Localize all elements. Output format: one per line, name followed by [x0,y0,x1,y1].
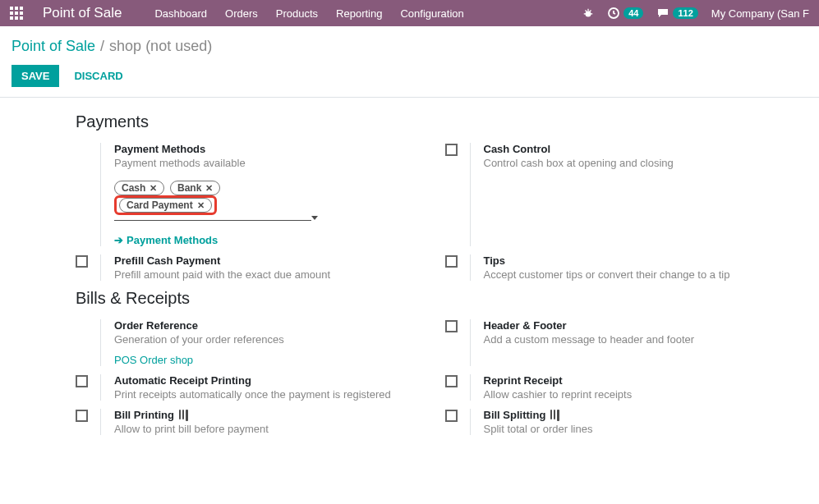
actions-bar: SAVE DISCARD [0,55,819,98]
brand-title[interactable]: Point of Sale [43,5,122,21]
section-payments: Payments [76,112,794,131]
activities-count: 44 [623,7,643,19]
section-bills: Bills & Receipts [76,289,794,308]
tips-checkbox[interactable] [445,255,458,268]
order-ref-label: Order Reference [114,319,426,332]
menu-orders[interactable]: Orders [225,7,258,20]
reprint-label: Reprint Receipt [484,374,795,387]
cutlery-icon [179,410,188,421]
order-ref-desc: Generation of your order references [114,333,426,346]
remove-icon[interactable]: ✕ [205,183,213,194]
dropdown-caret-icon[interactable] [311,216,318,220]
activities-button[interactable]: 44 [607,7,643,20]
menu-reporting[interactable]: Reporting [336,7,382,20]
prefill-label: Prefill Cash Payment [114,254,426,267]
bill-splitting-checkbox[interactable] [445,410,458,422]
apps-icon[interactable] [10,7,23,20]
tips-desc: Accept customer tips or convert their ch… [484,268,795,281]
save-button[interactable]: SAVE [12,65,59,87]
payment-methods-label: Payment Methods [114,143,426,155]
tag-bank[interactable]: Bank✕ [170,181,220,195]
discard-button[interactable]: DISCARD [74,70,122,82]
svg-line-4 [586,11,587,12]
breadcrumb-current: shop (not used) [109,38,212,55]
bill-printing-label: Bill Printing [114,409,426,421]
payment-methods-tags[interactable]: Cash✕ Bank✕ Card Payment✕ [114,181,311,221]
menu-dashboard[interactable]: Dashboard [154,7,207,20]
menu-products[interactable]: Products [276,7,318,20]
prefill-checkbox[interactable] [76,255,88,268]
auto-receipt-label: Automatic Receipt Printing [114,374,426,387]
pos-order-link[interactable]: POS Order shop [114,354,193,366]
company-switcher[interactable]: My Company (San F [711,7,809,20]
bill-printing-checkbox[interactable] [76,410,88,422]
breadcrumb: Point of Sale / shop (not used) [0,26,819,55]
auto-receipt-checkbox[interactable] [76,375,88,387]
bill-printing-desc: Allow to print bill before payment [114,423,426,435]
tips-label: Tips [484,254,795,267]
chat-icon [656,7,669,20]
tag-card-payment[interactable]: Card Payment✕ [119,198,212,213]
main-menu: Dashboard Orders Products Reporting Conf… [154,7,463,20]
clock-icon [607,7,620,20]
remove-icon[interactable]: ✕ [197,200,205,211]
cash-control-desc: Control cash box at opening and closing [484,157,795,169]
arrow-right-icon: ➔ [114,234,123,246]
header-footer-label: Header & Footer [484,319,795,332]
cash-control-checkbox[interactable] [445,144,458,156]
cutlery-icon [550,410,559,421]
form-sheet: Payments Payment Methods Payment methods… [51,98,819,468]
reprint-desc: Allow cashier to reprint receipts [484,388,795,401]
cash-control-label: Cash Control [484,143,795,155]
prefill-desc: Prefill amount paid with the exact due a… [114,268,426,281]
highlighted-tag: Card Payment✕ [114,195,217,215]
bill-splitting-desc: Split total or order lines [484,423,795,435]
breadcrumb-separator: / [100,38,104,55]
svg-line-5 [590,11,591,12]
navbar: Point of Sale Dashboard Orders Products … [0,0,819,26]
header-footer-checkbox[interactable] [445,320,458,332]
auto-receipt-desc: Print receipts automatically once the pa… [114,388,426,401]
breadcrumb-root[interactable]: Point of Sale [12,38,95,55]
tag-cash[interactable]: Cash✕ [114,181,164,195]
messages-count: 112 [673,7,697,19]
header-footer-desc: Add a custom message to header and foote… [484,333,795,346]
menu-configuration[interactable]: Configuration [400,7,463,20]
reprint-checkbox[interactable] [445,375,458,387]
remove-icon[interactable]: ✕ [150,183,157,194]
messages-button[interactable]: 112 [656,7,697,20]
payment-methods-desc: Payment methods available [114,157,426,169]
payment-methods-link[interactable]: ➔ Payment Methods [114,234,426,246]
bill-splitting-label: Bill Splitting [484,409,795,421]
bug-icon[interactable] [582,7,594,19]
